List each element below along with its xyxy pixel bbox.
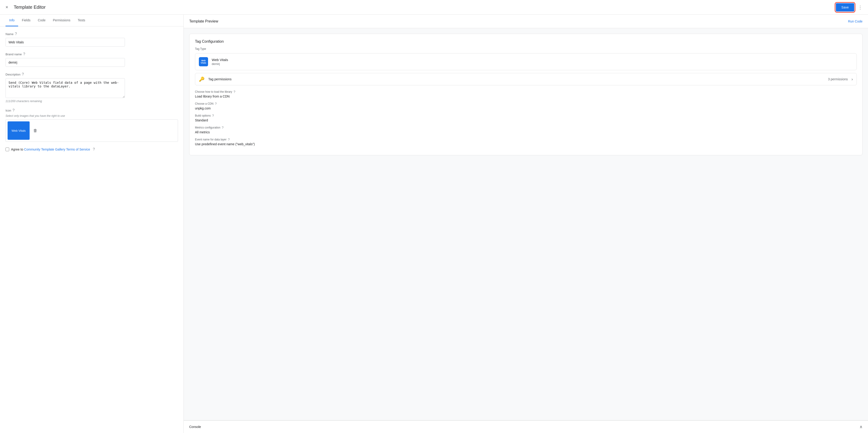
permissions-label: Tag permissions bbox=[208, 77, 825, 81]
permissions-row[interactable]: 🔑 Tag permissions 3 permissions › bbox=[195, 73, 857, 86]
agree-help-icon[interactable]: ? bbox=[93, 147, 95, 152]
agree-checkbox[interactable] bbox=[5, 147, 9, 151]
brand-label: Brand name ? bbox=[5, 52, 178, 56]
metrics-row: Metrics configuration ? All metrics bbox=[195, 126, 857, 134]
tag-name: Web Vitals bbox=[212, 58, 853, 62]
agree-link[interactable]: Community Template Gallery Terms of Serv… bbox=[24, 147, 90, 151]
header-left: × Template Editor bbox=[4, 3, 46, 12]
console-title: Console bbox=[189, 425, 201, 429]
metrics-label: Metrics configuration ? bbox=[195, 126, 857, 129]
cdn-value: unpkg.com bbox=[195, 106, 857, 110]
build-row: Build options ? Standard bbox=[195, 114, 857, 122]
preview-title: Template Preview bbox=[189, 19, 218, 24]
console-chevron-icon: ∧ bbox=[860, 424, 863, 429]
tab-tests[interactable]: Tests bbox=[74, 15, 89, 26]
icon-field-group: Icon ? Select only images that you have … bbox=[5, 108, 178, 142]
icon-wrapper: Web Vitals 🗑 bbox=[5, 119, 178, 142]
tag-sub: demirj bbox=[212, 62, 853, 66]
build-label: Build options ? bbox=[195, 114, 857, 118]
preview-content: Tag Configuration Tag Type Web Vitals We… bbox=[184, 28, 868, 420]
brand-input[interactable] bbox=[5, 58, 125, 67]
build-help-icon[interactable]: ? bbox=[212, 114, 214, 118]
description-label: Description ? bbox=[5, 72, 178, 76]
header-right: Save ⋮ bbox=[836, 3, 864, 12]
main-layout: Info Fields Code Permissions Tests Name … bbox=[0, 15, 868, 433]
event-row: Event name for data layer ? Use predefin… bbox=[195, 138, 857, 146]
brand-help-icon[interactable]: ? bbox=[23, 52, 25, 56]
brand-field-group: Brand name ? bbox=[5, 52, 178, 67]
build-value: Standard bbox=[195, 119, 857, 122]
more-options-button[interactable]: ⋮ bbox=[856, 3, 864, 12]
right-panel: Template Preview Run Code Tag Configurat… bbox=[184, 15, 868, 433]
icon-delete-button[interactable]: 🗑 bbox=[31, 127, 39, 135]
info-form: Name ? Brand name ? Description ? S bbox=[0, 26, 184, 433]
more-icon: ⋮ bbox=[858, 5, 863, 10]
icon-help-icon[interactable]: ? bbox=[12, 108, 15, 112]
name-field-group: Name ? bbox=[5, 32, 178, 46]
event-help-icon[interactable]: ? bbox=[228, 138, 229, 141]
load-library-help-icon[interactable]: ? bbox=[234, 90, 236, 94]
tag-item: Web Vitals Web Vitals demirj bbox=[195, 53, 857, 70]
preview-header: Template Preview Run Code bbox=[184, 15, 868, 28]
console-section: Console ∧ bbox=[184, 420, 868, 433]
tab-info[interactable]: Info bbox=[5, 15, 18, 26]
load-library-row: Choose how to load the library ? Load li… bbox=[195, 90, 857, 98]
key-icon: 🔑 bbox=[199, 76, 205, 82]
icon-preview-box: Web Vitals bbox=[7, 122, 30, 140]
close-icon: × bbox=[5, 5, 8, 10]
tag-info: Web Vitals demirj bbox=[212, 58, 853, 66]
description-field-group: Description ? Send (Core) Web Vitals fie… bbox=[5, 72, 178, 103]
tag-icon-box: Web Vitals bbox=[199, 57, 208, 66]
tag-icon-text: Web Vitals bbox=[199, 60, 208, 64]
description-textarea[interactable]: Send (Core) Web Vitals field data of a p… bbox=[5, 78, 125, 98]
permissions-count: 3 permissions bbox=[828, 77, 848, 81]
metrics-value: All metrics bbox=[195, 130, 857, 134]
left-panel: Info Fields Code Permissions Tests Name … bbox=[0, 15, 184, 433]
event-value: Use predefined event name ("web_vitals") bbox=[195, 142, 857, 146]
agree-row: Agree to Community Template Gallery Term… bbox=[5, 147, 178, 152]
delete-icon: 🗑 bbox=[33, 128, 37, 133]
icon-note: Select only images that you have the rig… bbox=[5, 114, 178, 118]
tag-type-label: Tag Type bbox=[195, 47, 857, 51]
load-library-label: Choose how to load the library ? bbox=[195, 90, 857, 94]
console-header[interactable]: Console ∧ bbox=[184, 421, 868, 433]
save-button[interactable]: Save bbox=[836, 3, 854, 11]
name-input[interactable] bbox=[5, 38, 125, 46]
config-details: Choose how to load the library ? Load li… bbox=[195, 90, 857, 146]
app-title: Template Editor bbox=[14, 5, 46, 10]
cdn-help-icon[interactable]: ? bbox=[215, 102, 217, 105]
tab-permissions[interactable]: Permissions bbox=[49, 15, 74, 26]
cdn-label: Choose a CDN ? bbox=[195, 102, 857, 105]
cdn-row: Choose a CDN ? unpkg.com bbox=[195, 102, 857, 110]
agree-text: Agree to Community Template Gallery Term… bbox=[11, 147, 90, 151]
tag-config-card: Tag Configuration Tag Type Web Vitals We… bbox=[189, 34, 863, 155]
name-help-icon[interactable]: ? bbox=[15, 32, 17, 36]
event-label: Event name for data layer ? bbox=[195, 138, 857, 141]
load-library-value: Load library from a CDN bbox=[195, 95, 857, 98]
tab-code[interactable]: Code bbox=[34, 15, 49, 26]
tabs-bar: Info Fields Code Permissions Tests bbox=[0, 15, 184, 26]
close-button[interactable]: × bbox=[4, 3, 10, 12]
tab-fields[interactable]: Fields bbox=[18, 15, 34, 26]
metrics-help-icon[interactable]: ? bbox=[222, 126, 224, 129]
icon-label: Icon ? bbox=[5, 108, 178, 112]
name-label: Name ? bbox=[5, 32, 178, 36]
chevron-right-icon: › bbox=[851, 77, 853, 82]
tag-config-title: Tag Configuration bbox=[195, 39, 857, 43]
run-code-button[interactable]: Run Code bbox=[848, 20, 863, 23]
app-header: × Template Editor Save ⋮ bbox=[0, 0, 868, 15]
char-count: 111/200 characters remaining bbox=[5, 100, 178, 103]
description-help-icon[interactable]: ? bbox=[22, 72, 24, 76]
